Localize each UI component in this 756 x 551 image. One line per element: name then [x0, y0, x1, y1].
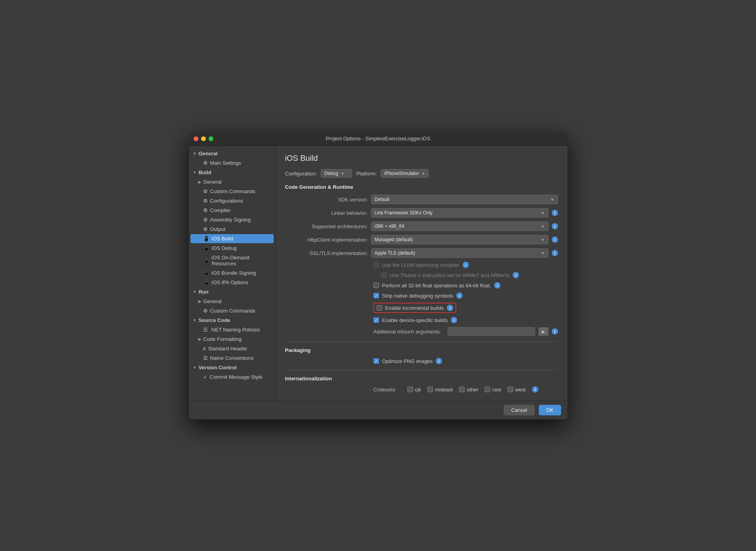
minimize-button[interactable]: [201, 136, 206, 141]
sidebar-item-run-custom-commands[interactable]: ⚙ Custom Commands: [190, 306, 274, 315]
sdk-label: SDK version:: [285, 197, 368, 203]
sidebar-item-net-naming[interactable]: ☰ .NET Naming Policies: [190, 325, 274, 334]
device-specific-checkbox[interactable]: [373, 317, 379, 323]
sidebar-section-general[interactable]: ▼ General: [189, 149, 275, 158]
config-select[interactable]: Debug ▼: [321, 169, 352, 178]
float-checkbox[interactable]: [373, 283, 379, 288]
sidebar-item-configurations[interactable]: ⚙ Configurations: [190, 196, 274, 205]
httpclient-value: Managed (default): [375, 237, 413, 242]
cancel-button[interactable]: Cancel: [504, 405, 534, 415]
strip-label: Strip native debugging symbols: [382, 293, 454, 299]
arch-row: Supported architectures: i386 + x86_64 ▼…: [285, 222, 558, 231]
sidebar-item-code-formatting[interactable]: ▶ Code Formatting: [190, 335, 274, 344]
float-info-icon[interactable]: i: [494, 282, 500, 289]
sidebar-item-ios-on-demand[interactable]: 📱 iOS On-Demand Resources: [190, 253, 274, 268]
arch-info-icon[interactable]: i: [552, 223, 558, 229]
sdk-select[interactable]: Default ▼: [371, 195, 558, 204]
optimize-png-info-icon[interactable]: i: [436, 358, 442, 364]
list-icon: ☰: [203, 355, 208, 361]
chevron-down-icon: ▼: [541, 251, 545, 255]
device-icon: 📱: [203, 270, 209, 276]
mtouch-input[interactable]: [448, 327, 535, 336]
sidebar-item-main-settings[interactable]: ⚙ Main Settings: [190, 158, 274, 168]
config-row: Configuration: Debug ▼ Platform: iPhoneS…: [285, 169, 558, 178]
ssl-value: Apple TLS (default): [375, 250, 415, 256]
sidebar-item-ios-build[interactable]: 📱 iOS Build: [190, 234, 274, 243]
sdk-row: SDK version: Default ▼: [285, 195, 558, 204]
llvm-checkbox[interactable]: [373, 262, 379, 268]
sidebar-item-commit-message-style[interactable]: ✓ Commit Message Style: [190, 372, 274, 382]
gear-icon: ⚙: [203, 217, 208, 223]
codeset-other-checkbox[interactable]: [459, 387, 465, 392]
sidebar-section-run[interactable]: ▼ Run: [189, 287, 275, 296]
httpclient-info-icon[interactable]: i: [552, 236, 558, 243]
codeset-rare-checkbox[interactable]: [485, 387, 490, 392]
llvm-row: Use the LLVM optimizing compiler i: [285, 262, 558, 268]
incremental-info-icon[interactable]: i: [447, 305, 453, 311]
internationalization-heading: Internationalization: [285, 376, 558, 382]
codeset-mideast: mideast: [427, 387, 453, 393]
device-icon: 📱: [203, 245, 209, 251]
sidebar-item-assembly-signing[interactable]: ⚙ Assembly Signing: [190, 215, 274, 224]
sdk-value: Default: [375, 197, 390, 202]
thumb2-checkbox[interactable]: [381, 272, 387, 278]
sidebar-item-custom-commands-label: Custom Commands: [210, 188, 256, 194]
sidebar-section-general-label: General: [198, 151, 217, 156]
sidebar-item-compiler-label: Compiler: [210, 207, 231, 213]
gear-icon: ⚙: [203, 308, 208, 314]
close-button[interactable]: [194, 136, 198, 141]
linker-select[interactable]: Link Framework SDKs Only ▼: [371, 208, 549, 218]
codeset-rare-label: rare: [492, 387, 501, 393]
sidebar-section-build[interactable]: ▼ Build: [189, 168, 275, 177]
device-icon: 📱: [203, 279, 209, 285]
mtouch-play-button[interactable]: ▶: [538, 327, 549, 336]
sidebar-item-standard-header[interactable]: # Standard Header: [190, 344, 274, 353]
config-label: Configuration:: [285, 171, 317, 177]
thumb2-info-icon[interactable]: i: [513, 272, 519, 278]
arch-select[interactable]: i386 + x86_64 ▼: [371, 222, 549, 231]
ssl-info-icon[interactable]: i: [552, 250, 558, 256]
strip-checkbox[interactable]: [373, 293, 379, 298]
sidebar-section-source-code[interactable]: ▼ Source Code: [189, 316, 275, 325]
sidebar-item-assembly-signing-label: Assembly Signing: [210, 217, 251, 223]
sidebar-item-standard-header-label: Standard Header: [208, 346, 247, 352]
codeset-mideast-checkbox[interactable]: [427, 387, 433, 392]
ok-button[interactable]: OK: [539, 405, 561, 415]
mtouch-info-icon[interactable]: i: [552, 328, 558, 335]
httpclient-select[interactable]: Managed (default) ▼: [371, 235, 549, 244]
incremental-checkbox[interactable]: [377, 305, 382, 311]
llvm-info-icon[interactable]: i: [463, 262, 469, 268]
codeset-cjk: cjk: [407, 387, 421, 393]
sidebar-item-name-conventions[interactable]: ☰ Name Conventions: [190, 354, 274, 363]
sidebar-item-output[interactable]: ⚙ Output: [190, 225, 274, 234]
codeset-other-label: other: [467, 387, 478, 393]
sidebar-section-version-control[interactable]: ▼ Version Control: [189, 363, 275, 372]
device-icon: 📱: [203, 236, 209, 242]
codeset-row: Codesets: cjk mideast other rare: [285, 386, 558, 393]
sidebar-item-build-general[interactable]: ▶ General: [190, 177, 274, 186]
chevron-down-icon: ▼: [422, 171, 426, 176]
codeset-info-icon[interactable]: i: [532, 386, 538, 393]
codeset-cjk-checkbox[interactable]: [407, 387, 413, 392]
sidebar-item-ios-ipa-options[interactable]: 📱 iOS IPA Options: [190, 278, 274, 287]
chevron-down-icon: ▼: [541, 238, 545, 242]
sidebar-item-name-conventions-label: Name Conventions: [210, 355, 254, 361]
maximize-button[interactable]: [209, 136, 213, 141]
sidebar-item-custom-commands[interactable]: ⚙ Custom Commands: [190, 187, 274, 196]
sidebar-item-ios-bundle-signing[interactable]: 📱 iOS Bundle Signing: [190, 268, 274, 277]
sidebar-item-run-general[interactable]: ▶ General: [190, 297, 274, 306]
codeset-west-checkbox[interactable]: [508, 387, 513, 392]
ssl-select[interactable]: Apple TLS (default) ▼: [371, 248, 549, 258]
optimize-png-checkbox[interactable]: [373, 358, 379, 364]
sidebar-item-ios-debug[interactable]: 📱 iOS Debug: [190, 244, 274, 253]
strip-info-icon[interactable]: i: [456, 292, 463, 299]
content-area: iOS Build Configuration: Debug ▼ Platfor…: [276, 146, 567, 400]
platform-select[interactable]: iPhoneSimulator ▼: [381, 169, 429, 178]
main-content: ▼ General ⚙ Main Settings ▼ Build ▶ Gene…: [189, 146, 567, 400]
sidebar-item-compiler[interactable]: ⚙ Compiler: [190, 206, 274, 215]
codeset-west: west: [508, 387, 526, 393]
device-specific-info-icon[interactable]: i: [451, 317, 457, 323]
linker-info-icon[interactable]: i: [552, 210, 558, 216]
sidebar-item-build-general-label: General: [203, 179, 222, 185]
sidebar-section-build-label: Build: [198, 169, 211, 175]
